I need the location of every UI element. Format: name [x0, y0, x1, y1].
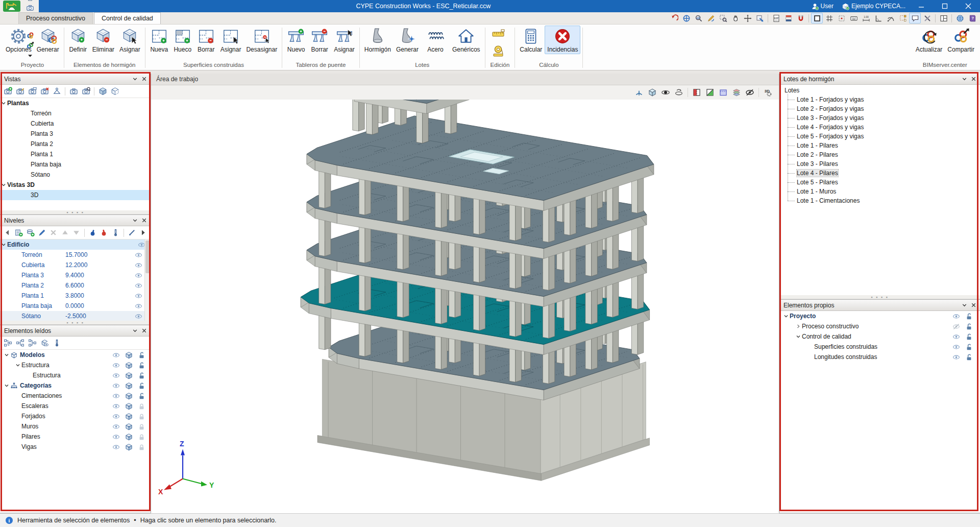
chevron-right-icon[interactable] [795, 323, 802, 329]
tab-proceso-constructivo[interactable]: Proceso constructivo [18, 12, 93, 24]
move-up-icon[interactable] [60, 227, 70, 238]
tree-section-vistas-3d[interactable]: Vistas 3D [0, 180, 151, 190]
element-row-modelos[interactable]: Modelos [0, 350, 151, 360]
panel-splitter[interactable]: ▪ ▪ ▪ ▪ [0, 210, 151, 214]
incidencias-button[interactable]: Incidencias [545, 26, 580, 54]
isolate-icon[interactable] [39, 338, 50, 349]
cube-icon[interactable] [125, 372, 133, 379]
panel-splitter[interactable]: ▪ ▪ ▪ ▪ [779, 295, 980, 299]
eye-icon[interactable] [112, 392, 120, 400]
view-copy-icon[interactable] [27, 86, 38, 97]
window-layout-icon[interactable] [938, 13, 949, 23]
level-new-icon[interactable] [14, 227, 24, 238]
element-row-estructura[interactable]: Estructura [0, 370, 151, 380]
lock-closed-icon[interactable] [138, 443, 145, 451]
lock-closed-icon[interactable] [138, 433, 145, 441]
pick-icon[interactable] [127, 227, 137, 238]
lock-closed-icon[interactable] [138, 423, 145, 430]
keyboard-input-icon[interactable] [848, 13, 860, 23]
lote-item-4[interactable]: Lote 4 - Forjados y vigas [788, 123, 980, 132]
chevron-down-icon[interactable] [782, 313, 790, 319]
lote-item-1[interactable]: Lote 1 - Forjados y vigas [788, 95, 980, 104]
eye-icon[interactable] [952, 313, 960, 320]
eye-icon[interactable] [112, 413, 120, 420]
measure-icon[interactable] [51, 338, 62, 349]
cube-icon[interactable] [125, 351, 133, 359]
tape-button[interactable] [489, 43, 507, 58]
tree-section-plantas[interactable]: Plantas [0, 98, 151, 108]
view-item-torreón[interactable]: Torreón [0, 108, 151, 118]
expand-level-icon[interactable] [14, 338, 26, 349]
ortho-mode-icon[interactable] [872, 13, 884, 23]
3d-model-viewport[interactable]: ZXY [151, 100, 779, 513]
assign-red-icon[interactable] [99, 227, 110, 238]
axes-icon[interactable] [633, 86, 645, 99]
wire-view-icon[interactable] [109, 86, 120, 97]
chevron-down-icon[interactable] [3, 382, 10, 389]
borrar-button[interactable]: Borrar [194, 26, 218, 54]
eye-off-icon[interactable] [952, 323, 960, 330]
lock-closed-icon[interactable] [138, 402, 145, 410]
view-item-planta-3[interactable]: Planta 3 [0, 129, 151, 139]
lock-open-icon[interactable] [138, 372, 145, 379]
lote-item-11[interactable]: Lote 1 - Muros [788, 187, 980, 196]
cube-icon[interactable] [125, 433, 133, 441]
hide-elements-icon[interactable] [744, 86, 756, 99]
asignar-button[interactable]: Asignar [218, 26, 244, 54]
view-cube-icon[interactable] [646, 86, 658, 99]
angle-snap-icon[interactable] [885, 13, 896, 23]
layer-visibility-icon[interactable] [730, 86, 743, 99]
cube-icon[interactable] [125, 423, 133, 430]
tab-control-de-calidad[interactable]: Control de calidad [94, 12, 161, 24]
eliminar-button[interactable]: Eliminar [90, 26, 117, 54]
workplane-icon[interactable] [811, 13, 823, 23]
nueva-button[interactable]: Nueva [148, 26, 171, 54]
borrar-button[interactable]: Borrar [308, 26, 331, 54]
level-row-planta-1[interactable]: Planta 13.8000 [0, 291, 151, 301]
measure-icon[interactable] [110, 227, 121, 238]
assign-blue-icon[interactable] [87, 227, 98, 238]
lock-open-icon[interactable] [965, 323, 973, 330]
lote-item-6[interactable]: Lote 1 - Pilares [788, 141, 980, 150]
eye-icon[interactable] [112, 382, 120, 390]
lock-open-icon[interactable] [138, 351, 145, 359]
view-edit-icon[interactable] [14, 86, 26, 97]
close-panel-icon[interactable] [139, 326, 149, 336]
element-row-estructura[interactable]: Estructura [0, 360, 151, 370]
orbit-move-icon[interactable] [742, 13, 753, 23]
nuevo-button[interactable]: Nuevo [284, 26, 308, 54]
lock-open-icon[interactable] [138, 392, 145, 400]
chevron-down-icon[interactable] [14, 362, 21, 368]
zoom-window-icon[interactable] [717, 13, 729, 23]
snapshot-icon[interactable] [68, 86, 79, 97]
own-element-row-proceso-constructivo[interactable]: Proceso constructivo [779, 321, 980, 331]
minimize-button[interactable] [911, 0, 932, 12]
selection-filter-icon[interactable] [897, 13, 909, 23]
own-element-row-proyecto[interactable]: Proyecto [779, 311, 980, 321]
lote-item-12[interactable]: Lote 1 - Cimentaciones [788, 196, 980, 205]
view-item-3d[interactable]: 3D [0, 190, 151, 200]
view-item-planta-2[interactable]: Planta 2 [0, 139, 151, 149]
generar-button[interactable]: Generar [394, 26, 421, 54]
redraw-icon[interactable] [705, 13, 717, 23]
zoom-scale-icon[interactable]: x2 [693, 13, 704, 23]
web-portal-icon[interactable] [954, 13, 966, 23]
expand-tree-icon[interactable] [2, 338, 13, 349]
close-panel-icon[interactable] [969, 301, 978, 310]
element-row-categorías[interactable]: Categorías [0, 380, 151, 391]
level-row-cubierta[interactable]: Cubierta12.2000 [0, 260, 151, 270]
panel-splitter[interactable]: ▪ ▪ ▪ ▪ [0, 321, 151, 325]
definir-button[interactable]: Definir [66, 26, 90, 54]
edit-icon[interactable] [37, 227, 47, 238]
asignar-button[interactable]: Asignar [117, 26, 143, 54]
collapse-level-icon[interactable] [27, 338, 38, 349]
app-logo-icon[interactable] [3, 1, 20, 12]
view-transfer-icon[interactable] [754, 13, 766, 23]
eye-icon[interactable] [112, 362, 120, 369]
maximize-button[interactable] [934, 0, 955, 12]
lote-item-3[interactable]: Lote 3 - Forjados y vigas [788, 113, 980, 123]
element-row-vigas[interactable]: Vigas [0, 442, 151, 452]
eye-icon[interactable] [112, 423, 120, 430]
cube-icon[interactable] [125, 443, 133, 451]
element-row-pilares[interactable]: Pilares [0, 432, 151, 442]
